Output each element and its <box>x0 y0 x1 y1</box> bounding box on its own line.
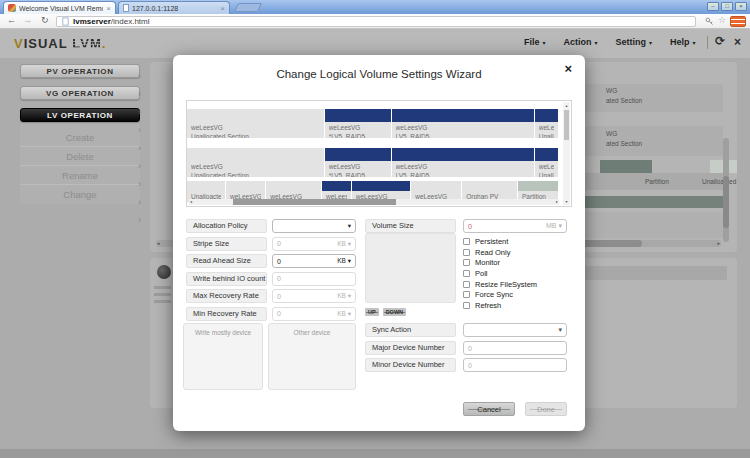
sidebar-subitem-rename[interactable]: Rename <box>20 166 140 185</box>
unit-select[interactable]: KB ▾ <box>337 292 351 300</box>
scrollbar-thumb[interactable] <box>233 199 396 205</box>
sidebar-item-vg-operation[interactable]: VG OPERATION <box>20 86 140 100</box>
background-partition-strip <box>600 160 652 173</box>
chevron-icon[interactable]: › <box>138 162 141 170</box>
checkbox-read-only[interactable]: Read Only <box>463 247 537 258</box>
unit-select[interactable]: KB ▾ <box>337 310 351 318</box>
write-mostly-device-box[interactable]: Write mostly device <box>183 323 263 390</box>
volume-size-input[interactable]: 0 MB ▾ <box>463 219 567 233</box>
segment-strip <box>187 148 324 161</box>
volume-segment[interactable]: weLeesVGUnallocated Section <box>187 148 325 177</box>
window-close-button[interactable]: × <box>735 2 747 11</box>
scrollbar-thumb[interactable] <box>723 176 729 228</box>
tab-close-icon[interactable]: × <box>220 4 225 13</box>
menu-setting[interactable]: Setting▾ <box>616 37 653 47</box>
scrollbar-thumb[interactable] <box>564 110 569 140</box>
menu-action[interactable]: Action▾ <box>564 37 598 47</box>
scroll-left-icon[interactable]: ◂ <box>157 240 160 247</box>
scroll-left-icon[interactable]: ◂ <box>190 199 192 205</box>
minor-device-number-input[interactable]: 0 <box>463 358 567 372</box>
volume-segment[interactable]: weLeesVGLV5_RAID5 <box>392 148 535 177</box>
write-behind-io-count-input[interactable]: 0 <box>272 272 356 286</box>
stripe-size-input[interactable]: 0KB ▾ <box>272 237 356 251</box>
checkbox-poll[interactable]: Poll <box>463 268 537 279</box>
device-list-box[interactable] <box>365 233 456 303</box>
down-button[interactable]: DOWN <box>383 308 406 316</box>
chevron-icon[interactable]: › <box>138 126 141 134</box>
chevron-icon[interactable]: › <box>138 144 141 152</box>
wizard-horizontal-scrollbar[interactable]: ◂ ▸ <box>189 199 559 205</box>
segment-strip <box>352 181 411 191</box>
min-recovery-rate-input[interactable]: 0KB ▾ <box>272 307 356 321</box>
done-button[interactable]: Done <box>525 402 567 416</box>
volume-segment[interactable]: weLeeUnall <box>535 148 559 177</box>
wizard-vertical-scrollbar[interactable]: ▴ ▾ <box>563 102 570 205</box>
sidebar-item-lv-operation[interactable]: LV OPERATION <box>20 108 140 122</box>
key-icon[interactable] <box>705 17 714 26</box>
browser-menu-icon[interactable] <box>730 16 746 27</box>
scroll-up-icon[interactable]: ▴ <box>563 103 570 108</box>
sidebar-buttons: PV OPERATIONVG OPERATIONLV OPERATION <box>20 64 140 122</box>
cancel-button[interactable]: Cancel <box>463 402 515 416</box>
field-value: 0 <box>468 362 472 369</box>
sync-action-select[interactable]: ▾ <box>463 323 567 337</box>
scroll-right-icon[interactable]: ▸ <box>556 199 558 205</box>
volume-segment[interactable]: weLeesVG*LV5_RAID5 <box>325 109 392 138</box>
volume-segment[interactable]: weLeesVGUnallocated Section <box>187 109 325 138</box>
up-button[interactable]: UP <box>365 308 379 316</box>
reload-icon[interactable]: ↻ <box>41 15 49 25</box>
chevron-icon[interactable]: › <box>138 90 141 98</box>
scroll-down-icon[interactable]: ▾ <box>563 199 570 204</box>
address-bar[interactable]: lvmserver/index.html <box>56 16 696 27</box>
chevron-icon[interactable]: › <box>138 108 141 116</box>
major-device-number-input[interactable]: 0 <box>463 341 567 355</box>
sidebar-subitem-delete[interactable]: Delete <box>20 147 140 166</box>
volume-segment[interactable]: weLeesVG*LV5_RAID5 <box>325 148 392 177</box>
checkbox-persistent[interactable]: Persistent <box>463 236 537 247</box>
read-ahead-size-input[interactable]: 0KB ▾ <box>272 254 356 268</box>
page-icon <box>61 17 70 26</box>
unit-select[interactable]: KB ▾ <box>337 240 351 248</box>
checkbox-resize-filesystem[interactable]: Resize FileSystem <box>463 279 537 290</box>
forward-icon[interactable]: → <box>23 15 32 25</box>
tab-close-icon[interactable]: × <box>106 4 111 13</box>
allocation-policy-select[interactable]: ▾ <box>272 219 356 233</box>
max-recovery-rate-input[interactable]: 0KB ▾ <box>272 289 356 303</box>
menu-file[interactable]: File▾ <box>524 37 546 47</box>
menu-label: File <box>524 37 540 47</box>
wizard-close-icon[interactable]: × <box>564 61 572 76</box>
app-reload-icon[interactable]: ⟳ <box>715 34 725 48</box>
menu-help[interactable]: Help▾ <box>670 37 696 47</box>
back-icon[interactable]: ← <box>7 15 16 25</box>
background-vertical-scrollbar[interactable] <box>723 138 729 242</box>
maximize-button[interactable]: □ <box>721 2 733 11</box>
info-text-line <box>154 286 171 289</box>
logo-v: V <box>14 36 24 51</box>
minimize-button[interactable]: – <box>707 2 719 11</box>
bookmark-star-icon[interactable]: ☆ <box>718 15 726 25</box>
sidebar-item-pv-operation[interactable]: PV OPERATION <box>20 64 140 78</box>
chevron-icon[interactable]: › <box>138 72 141 80</box>
new-tab-button[interactable] <box>234 3 262 12</box>
volume-segment[interactable]: weLeeUnall <box>535 109 559 138</box>
browser-tab-active[interactable]: Welcome Visual LVM Remo × <box>3 1 116 14</box>
caret-down-icon: ▾ <box>543 39 546 46</box>
chevron-icon[interactable]: › <box>138 180 141 188</box>
form-row: Stripe Size0KB ▾ <box>186 237 356 251</box>
checkbox-refresh[interactable]: Refresh <box>463 300 537 311</box>
unit-select[interactable]: KB ▾ <box>337 257 351 265</box>
volume-segment[interactable]: weLeesVGLV5_RAID5 <box>392 109 535 138</box>
browser-tab-inactive[interactable]: 127.0.0.1:1128 × <box>118 1 230 14</box>
segment-strip <box>266 181 321 191</box>
sidebar-subitem-change[interactable]: Change <box>20 185 140 204</box>
checkbox-force-sync[interactable]: Force Sync <box>463 289 537 300</box>
checkbox-monitor[interactable]: Monitor <box>463 257 537 268</box>
app-close-icon[interactable]: × <box>734 35 741 49</box>
caret-down-icon: ▾ <box>649 39 652 46</box>
sidebar-subitem-create[interactable]: Create <box>20 128 140 147</box>
scroll-right-icon[interactable]: ▸ <box>717 240 720 247</box>
other-device-box[interactable]: Other device <box>268 323 356 390</box>
chevron-icon[interactable]: › <box>138 216 141 224</box>
volume-size-unit-select[interactable]: MB ▾ <box>546 222 562 230</box>
chevron-icon[interactable]: › <box>138 198 141 206</box>
